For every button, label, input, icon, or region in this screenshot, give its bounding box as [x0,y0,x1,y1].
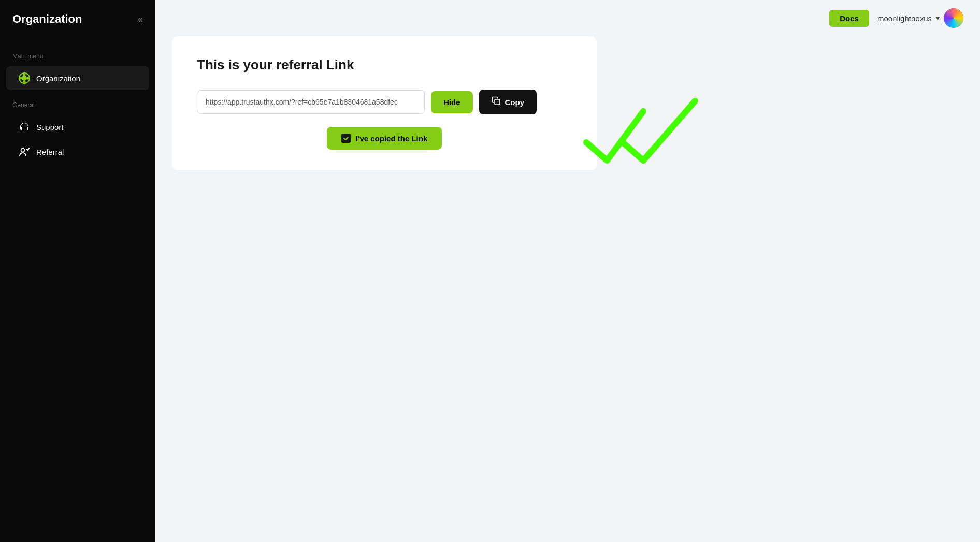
chevron-down-icon: ▾ [936,14,940,22]
collapse-button[interactable]: « [138,14,143,25]
sidebar-item-organization-label: Organization [36,74,80,83]
copy-label: Copy [505,98,525,107]
sidebar-section-general: General Support Referral [0,101,155,165]
main-content: Docs moonlightnexus ▾ This is your refer… [155,0,980,542]
svg-rect-7 [495,99,500,105]
general-label: General [0,101,155,114]
sidebar-item-referral-label: Referral [36,148,64,156]
user-menu[interactable]: moonlightnexus ▾ [877,8,963,28]
svg-point-2 [23,74,26,76]
sidebar-section-main: Main menu Organization [0,53,155,91]
avatar [944,8,963,28]
org-icon [19,72,30,84]
hide-button[interactable]: Hide [431,91,473,113]
sidebar-title: Organization [12,12,82,26]
topbar: Docs moonlightnexus ▾ [155,0,980,36]
svg-point-6 [21,149,25,152]
main-menu-label: Main menu [0,53,155,65]
copied-label: I've copied the Link [356,134,428,143]
svg-point-1 [22,76,27,81]
checkbox-row: I've copied the Link [197,127,572,150]
svg-point-3 [23,81,26,83]
copied-button[interactable]: I've copied the Link [327,127,442,150]
referral-icon [19,146,30,157]
sidebar-item-support[interactable]: Support [6,115,149,139]
referral-url-input[interactable] [197,90,425,114]
page-wrapper: This is your referral Link Hide Copy [172,36,597,170]
username-label: moonlightnexus [877,14,932,23]
sidebar-header: Organization « [0,12,155,42]
copy-icon [492,96,501,108]
card-title: This is your referral Link [197,57,572,73]
sidebar-item-referral[interactable]: Referral [6,140,149,164]
page-content: This is your referral Link Hide Copy [155,36,980,542]
docs-button[interactable]: Docs [829,10,869,27]
headset-icon [19,121,30,133]
svg-point-5 [27,77,30,80]
checkbox-icon [341,134,351,143]
svg-point-4 [20,77,22,80]
sidebar: Organization « Main menu Organization Ge… [0,0,155,542]
sidebar-item-organization[interactable]: Organization [6,66,149,90]
sidebar-item-support-label: Support [36,123,64,131]
referral-row: Hide Copy [197,90,572,114]
copy-button[interactable]: Copy [479,90,537,114]
referral-card: This is your referral Link Hide Copy [172,36,597,170]
